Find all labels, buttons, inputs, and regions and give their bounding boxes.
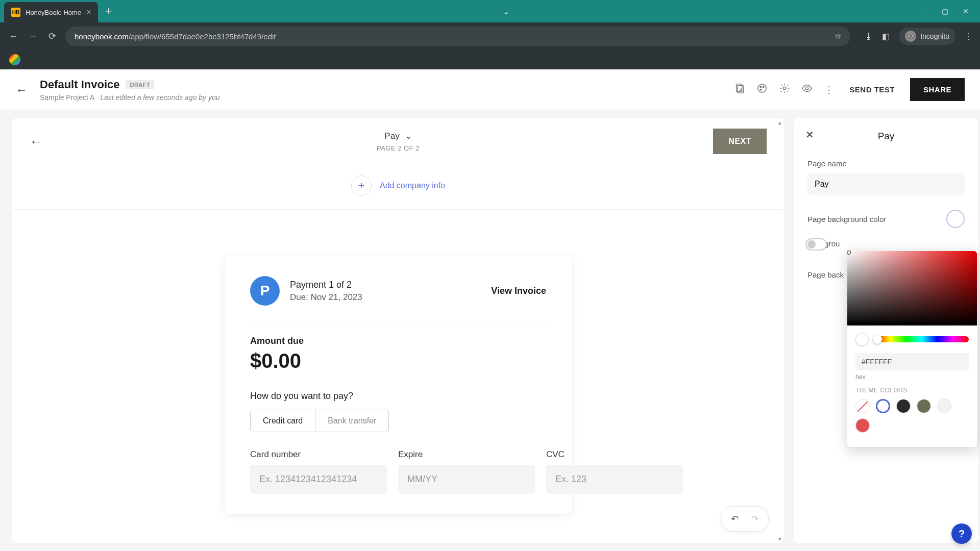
- view-invoice-link[interactable]: View Invoice: [491, 286, 546, 296]
- expire-field: Expire: [398, 449, 535, 494]
- payment-row: P Payment 1 of 2 Due: Nov 21, 2023 View …: [250, 276, 546, 320]
- hue-slider[interactable]: [875, 336, 969, 342]
- new-tab-button[interactable]: +: [105, 5, 112, 18]
- swatch-red[interactable]: [855, 418, 870, 433]
- close-panel-icon[interactable]: ✕: [805, 129, 814, 141]
- close-tab-icon[interactable]: ×: [86, 8, 91, 17]
- browser-tab-strip: HB HoneyBook: Home × + ⌄ — ▢ ✕: [0, 0, 980, 22]
- page-name-input[interactable]: [807, 173, 965, 195]
- add-company-row: + Add company info: [13, 164, 783, 210]
- bookmark-star-icon[interactable]: ☆: [835, 32, 841, 41]
- incognito-label: Incognito: [920, 32, 949, 40]
- send-test-button[interactable]: SEND TEST: [845, 80, 899, 99]
- payment-badge: P: [250, 276, 280, 306]
- back-icon[interactable]: ←: [7, 31, 19, 42]
- pay-method-section: How do you want to pay? Credit card Bank…: [250, 391, 546, 432]
- share-button[interactable]: SHARE: [910, 78, 965, 101]
- canvas-header: ← Pay ⌄ PAGE 2 OF 2 NEXT: [12, 118, 784, 164]
- bg-color-row: Page background color: [807, 210, 965, 228]
- hue-row: [847, 325, 977, 351]
- payment-title: Payment 1 of 2: [290, 280, 481, 290]
- downloads-icon[interactable]: ⭳: [865, 32, 873, 41]
- undo-redo-toolbar: ↶ ↷: [721, 506, 769, 532]
- bookmarks-bar: [0, 50, 980, 69]
- card-number-field: Card number: [250, 449, 387, 494]
- reload-icon[interactable]: ⟳: [46, 31, 58, 42]
- last-edited-text: Last edited a few seconds ago by you: [100, 93, 219, 102]
- page-back-button[interactable]: ←: [30, 134, 43, 149]
- next-button[interactable]: NEXT: [713, 129, 767, 154]
- preview-icon[interactable]: [801, 83, 813, 96]
- swatch-none[interactable]: [855, 399, 870, 413]
- google-shortcut-icon[interactable]: [9, 54, 20, 65]
- help-button[interactable]: ?: [951, 523, 972, 544]
- pay-method-question: How do you want to pay?: [250, 391, 546, 402]
- browser-toolbar: ← → ⟳ honeybook.com/app/flow/655d7dae0e2…: [0, 22, 980, 50]
- svg-point-5: [763, 86, 765, 88]
- payment-due: Due: Nov 21, 2023: [290, 292, 481, 303]
- canvas: ▴ ▾ ← Pay ⌄ PAGE 2 OF 2 NEXT + Add compa…: [12, 118, 784, 543]
- forward-icon[interactable]: →: [27, 31, 39, 42]
- more-menu-icon[interactable]: ⋮: [824, 84, 834, 96]
- payment-info: Payment 1 of 2 Due: Nov 21, 2023: [290, 280, 481, 303]
- sidepanel-icon[interactable]: ◧: [882, 32, 890, 41]
- amount-value: $0.00: [250, 349, 546, 372]
- bank-transfer-option[interactable]: Bank transfer: [315, 410, 388, 432]
- credit-card-option[interactable]: Credit card: [251, 410, 315, 432]
- undo-button[interactable]: ↶: [726, 511, 743, 527]
- header-info: Default Invoice DRAFT Sample Project A L…: [40, 78, 220, 102]
- incognito-badge[interactable]: 👓 Incognito: [899, 28, 955, 45]
- swatch-light[interactable]: [937, 399, 951, 413]
- draft-badge: DRAFT: [126, 80, 154, 89]
- swatch-white[interactable]: [876, 399, 890, 413]
- expire-input[interactable]: [398, 465, 535, 494]
- payment-method-toggle: Credit card Bank transfer: [250, 410, 389, 432]
- header-back-button[interactable]: ←: [15, 83, 28, 97]
- page-selector: Pay ⌄ PAGE 2 OF 2: [377, 131, 420, 152]
- saturation-handle[interactable]: [847, 251, 851, 255]
- page-dropdown[interactable]: Pay ⌄: [384, 131, 411, 141]
- page-name-label: Page name: [807, 159, 965, 168]
- amount-label: Amount due: [250, 336, 546, 346]
- theme-swatch-row-1: [855, 399, 969, 413]
- main-area: ▴ ▾ ← Pay ⌄ PAGE 2 OF 2 NEXT + Add compa…: [0, 110, 980, 551]
- svg-point-8: [806, 87, 809, 90]
- color-picker-popup: hex THEME COLORS: [847, 251, 977, 447]
- canvas-wrap: ▴ ▾ ← Pay ⌄ PAGE 2 OF 2 NEXT + Add compa…: [0, 110, 790, 551]
- card-number-input[interactable]: [250, 465, 387, 494]
- address-bar[interactable]: honeybook.com/app/flow/655d7dae0e2be3125…: [65, 27, 850, 46]
- scroll-down-icon[interactable]: ▾: [776, 535, 784, 543]
- theme-swatch-row-2: [855, 418, 969, 433]
- add-company-button[interactable]: +: [351, 176, 372, 196]
- background-toggle[interactable]: [805, 238, 827, 251]
- minimize-icon[interactable]: —: [920, 7, 927, 15]
- hue-handle[interactable]: [873, 335, 882, 344]
- expire-label: Expire: [398, 449, 535, 460]
- settings-icon[interactable]: [779, 83, 790, 96]
- hex-input[interactable]: [855, 353, 969, 370]
- swatch-black[interactable]: [896, 399, 911, 413]
- saturation-area[interactable]: [847, 251, 977, 325]
- pages-icon[interactable]: 2: [734, 83, 745, 96]
- browser-menu-icon[interactable]: ⋮: [965, 32, 973, 41]
- document-title: Default Invoice: [40, 78, 119, 91]
- redo-button[interactable]: ↷: [747, 511, 763, 527]
- add-company-label[interactable]: Add company info: [380, 181, 445, 190]
- bg-color-label: Page background color: [807, 215, 886, 223]
- maximize-icon[interactable]: ▢: [942, 7, 948, 15]
- project-name: Sample Project A: [40, 93, 94, 102]
- browser-tab[interactable]: HB HoneyBook: Home ×: [4, 2, 98, 22]
- svg-text:2: 2: [740, 87, 742, 92]
- bg-color-swatch[interactable]: [946, 210, 965, 228]
- svg-point-7: [783, 87, 787, 90]
- theme-icon[interactable]: [756, 83, 768, 96]
- cvc-input[interactable]: [546, 465, 683, 494]
- pay-card-wrap: P Payment 1 of 2 Due: Nov 21, 2023 View …: [12, 210, 784, 514]
- window-controls: — ▢ ✕: [920, 7, 980, 15]
- swatch-olive[interactable]: [917, 399, 931, 413]
- chevron-down-icon: ⌄: [405, 131, 412, 141]
- tab-overflow-icon[interactable]: ⌄: [503, 7, 509, 16]
- toolbar-icons: ⭳ ◧ 👓 Incognito ⋮: [865, 28, 973, 45]
- close-window-icon[interactable]: ✕: [963, 7, 969, 15]
- scrollbar[interactable]: ▴ ▾: [776, 118, 784, 543]
